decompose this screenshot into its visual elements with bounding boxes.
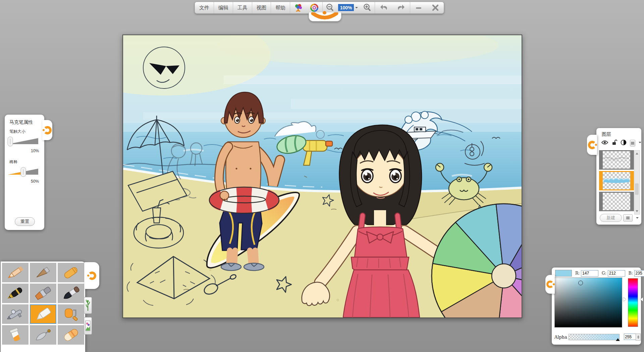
opacity-half-circle-icon[interactable] bbox=[621, 139, 627, 147]
layer-list-scrollbar[interactable] bbox=[634, 150, 640, 215]
tool-pencil[interactable] bbox=[2, 263, 29, 282]
alpha-label: Alpha bbox=[554, 335, 567, 340]
new-layer-button[interactable]: 新建 bbox=[600, 214, 622, 222]
menu-tools[interactable]: 工具 bbox=[233, 2, 252, 13]
scroll-up-icon[interactable] bbox=[635, 151, 639, 155]
layers-panel: 图层 bbox=[596, 128, 641, 225]
color-picker-handle[interactable] bbox=[545, 275, 555, 294]
tool-paint-roller[interactable] bbox=[58, 304, 84, 324]
alpha-slider[interactable] bbox=[569, 334, 620, 340]
hue-strip[interactable] bbox=[628, 278, 638, 327]
scroll-down-icon[interactable] bbox=[635, 210, 639, 214]
layer-item-2[interactable] bbox=[599, 171, 634, 190]
tool-palette-handle[interactable] bbox=[85, 262, 99, 289]
g-input[interactable] bbox=[608, 270, 625, 277]
layer-options-caret[interactable] bbox=[636, 217, 639, 220]
brush-size-label: 笔触大小 bbox=[9, 129, 44, 134]
mascot-nose-icon bbox=[323, 11, 326, 14]
lock-icon[interactable] bbox=[612, 139, 617, 147]
alpha-input[interactable] bbox=[624, 334, 636, 340]
tool-airbrush[interactable] bbox=[2, 304, 29, 324]
zoom-in-icon[interactable] bbox=[360, 2, 375, 13]
color-picker-panel: R: G: B: Alpha bbox=[552, 268, 641, 345]
plant-stamp-button[interactable] bbox=[84, 297, 92, 314]
layers-panel-title: 图层 bbox=[602, 131, 641, 137]
tool-paint-bottle[interactable] bbox=[2, 325, 29, 345]
b-input[interactable] bbox=[634, 270, 644, 277]
tool-ink-brush[interactable] bbox=[58, 284, 84, 303]
dilution-slider[interactable] bbox=[7, 166, 40, 178]
layer-item-1[interactable] bbox=[599, 150, 634, 170]
brush-size-value: 10% bbox=[5, 149, 39, 153]
layer-menu-caret[interactable] bbox=[639, 142, 641, 144]
mascot-eye-tree-icon bbox=[290, 2, 306, 13]
close-icon[interactable] bbox=[427, 2, 444, 13]
menu-help[interactable]: 帮助 bbox=[271, 2, 290, 13]
b-label: B: bbox=[629, 271, 633, 276]
saturation-value-square[interactable] bbox=[554, 278, 622, 328]
visibility-eye-icon[interactable] bbox=[601, 140, 608, 146]
tool-pastel-stick[interactable] bbox=[30, 263, 56, 282]
dilution-label: 稀释 bbox=[9, 159, 44, 165]
tool-crayon[interactable] bbox=[58, 263, 84, 282]
undo-icon[interactable] bbox=[375, 2, 392, 13]
tool-palette bbox=[1, 261, 85, 352]
scrollbar-thumb[interactable] bbox=[635, 183, 639, 195]
marker-panel-title: 马克笔属性 bbox=[9, 119, 44, 125]
redo-icon[interactable] bbox=[392, 2, 410, 13]
tool-fountain-pen[interactable] bbox=[2, 284, 29, 303]
mascot-eye-ring-icon bbox=[306, 2, 322, 13]
zoom-dropdown-caret[interactable] bbox=[355, 7, 358, 10]
picture-stamp-button[interactable] bbox=[84, 317, 92, 335]
alpha-spinner[interactable] bbox=[636, 334, 641, 341]
layer-list bbox=[599, 150, 634, 214]
brush-size-slider[interactable] bbox=[7, 135, 40, 147]
tool-marker[interactable] bbox=[30, 304, 56, 324]
sun bbox=[143, 47, 185, 89]
layer-menu-icon[interactable] bbox=[630, 140, 635, 146]
reset-button[interactable]: 重置 bbox=[15, 217, 35, 226]
marker-properties-panel: 马克笔属性 笔触大小 10% 稀释 50% 重置 bbox=[5, 115, 44, 230]
drawing-canvas[interactable] bbox=[122, 35, 522, 318]
r-input[interactable] bbox=[581, 270, 598, 277]
sv-cursor[interactable] bbox=[578, 281, 583, 285]
zoom-level-select[interactable]: 100% bbox=[338, 4, 354, 11]
menu-edit[interactable]: 编辑 bbox=[214, 2, 233, 13]
layer-item-3[interactable] bbox=[599, 192, 634, 211]
marker-panel-handle[interactable] bbox=[42, 120, 52, 140]
g-label: G: bbox=[602, 271, 606, 276]
tool-eraser[interactable] bbox=[58, 325, 84, 345]
menu-file[interactable]: 文件 bbox=[195, 2, 214, 13]
menu-view[interactable]: 视图 bbox=[252, 2, 271, 13]
hue-marker-left[interactable] bbox=[623, 297, 628, 301]
layers-panel-handle[interactable] bbox=[587, 135, 597, 155]
dilution-value: 50% bbox=[5, 179, 39, 184]
swim-ring bbox=[209, 187, 279, 213]
main-toolbar: 文件 编辑 工具 视图 帮助 100% bbox=[195, 2, 444, 14]
hue-marker-right[interactable] bbox=[638, 297, 643, 301]
tool-palette-knife[interactable] bbox=[30, 325, 56, 345]
sky bbox=[123, 35, 522, 136]
tool-paintbrush[interactable] bbox=[30, 284, 56, 303]
layer-options-button[interactable] bbox=[623, 214, 633, 222]
minimize-icon[interactable] bbox=[410, 2, 427, 13]
current-color-swatch bbox=[555, 270, 572, 277]
r-label: R: bbox=[575, 271, 580, 276]
alpha-marker[interactable] bbox=[616, 336, 620, 341]
